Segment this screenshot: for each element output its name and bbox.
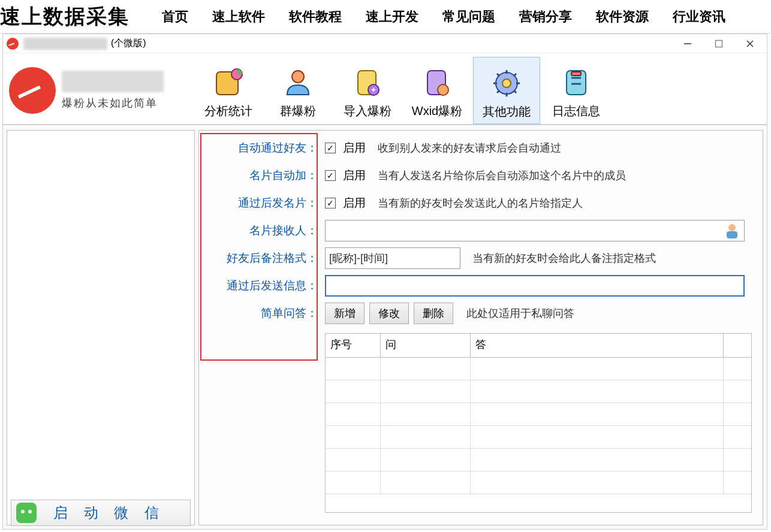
svg-line-17 [497, 74, 499, 76]
qa-table-head: 序号 问 答 [326, 334, 751, 358]
svg-rect-1 [716, 40, 722, 47]
nav-dev[interactable]: 速上开发 [366, 8, 418, 26]
hint-card-auto-add: 当有人发送名片给你后会自动添加这个名片中的成员 [378, 168, 626, 183]
btn-qa-edit[interactable]: 修改 [369, 303, 409, 324]
minimize-button[interactable] [680, 37, 695, 51]
col-answer[interactable]: 答 [471, 334, 724, 357]
svg-line-19 [514, 74, 516, 76]
site-logo: 速上数据采集 [0, 3, 133, 31]
person-icon[interactable] [723, 222, 741, 240]
row-card-auto-add: 名片自动加： 启用 当有人发送名片给你后会自动添加这个名片中的成员 [205, 162, 757, 189]
toolbar-stats[interactable]: 分析统计 [195, 57, 262, 124]
hint-auto-pass: 收到别人发来的好友请求后会自动通过 [378, 141, 561, 155]
site-nav-items: 首页 速上软件 软件教程 速上开发 常见问题 营销分享 软件资源 行业资讯 [162, 8, 725, 26]
toolbar-group[interactable]: 群爆粉 [264, 57, 332, 124]
brand-slogan: 爆粉从未如此简单 [62, 96, 164, 110]
hint-qa: 此处仅适用于私聊问答 [466, 306, 574, 321]
row-auto-pass: 自动通过好友： 启用 收到别人发来的好友请求后会自动通过 [205, 134, 757, 162]
brand-name-blurred [62, 71, 164, 92]
enable-text: 启用 [343, 140, 366, 156]
btn-qa-del[interactable]: 删除 [414, 303, 453, 324]
side-panel: 启 动 微 信 [7, 130, 195, 525]
table-row[interactable] [326, 403, 751, 426]
toolbar-import[interactable]: 导入爆粉 [334, 57, 401, 124]
label-card-auto-add: 名片自动加： [205, 168, 320, 183]
titlebar: (个微版) [3, 34, 767, 53]
checkbox-auto-pass[interactable] [325, 143, 336, 153]
toolbar-other[interactable]: 其他功能 [473, 57, 540, 124]
wechat-icon [16, 503, 37, 523]
col-scroll [724, 334, 751, 357]
row-remark-format: 好友后备注格式： 当有新的好友时会给此人备注指定格式 [205, 244, 757, 272]
input-send-msg-after[interactable] [325, 275, 745, 297]
nav-software[interactable]: 速上软件 [212, 8, 265, 26]
svg-point-25 [728, 224, 736, 231]
toolbar-label: 群爆粉 [280, 103, 316, 119]
enable-text: 启用 [343, 195, 366, 211]
toolbar-items: 分析统计 群爆粉 导入爆粉 Wxid爆粉 其他功能 日志信息 [195, 57, 610, 124]
label-send-msg-after: 通过后发送信息： [205, 278, 320, 294]
svg-line-20 [497, 90, 499, 93]
input-card-recipient[interactable] [325, 220, 745, 241]
label-card-recipient: 名片接收人： [205, 223, 320, 238]
col-seq[interactable]: 序号 [326, 334, 381, 357]
group-icon [282, 67, 314, 98]
label-send-card-after: 通过后发名片： [205, 195, 320, 211]
toolbar: 爆粉从未如此简单 分析统计 群爆粉 导入爆粉 Wxid爆粉 其他功能 [3, 53, 767, 125]
toolbar-label: Wxid爆粉 [412, 103, 462, 119]
table-row[interactable] [326, 358, 751, 380]
site-nav: 速上数据采集 首页 速上软件 软件教程 速上开发 常见问题 营销分享 软件资源 … [0, 0, 771, 34]
label-qa: 简单问答： [205, 306, 320, 321]
checkbox-card-auto-add[interactable] [325, 170, 336, 181]
hint-remark-format: 当有新的好友时会给此人备注指定格式 [472, 251, 656, 265]
nav-news[interactable]: 行业资讯 [673, 8, 725, 26]
log-icon [561, 67, 592, 98]
enable-text: 启用 [343, 168, 366, 183]
label-auto-pass: 自动通过好友： [205, 140, 320, 156]
col-question[interactable]: 问 [381, 334, 471, 357]
toolbar-log[interactable]: 日志信息 [543, 57, 610, 124]
app-title-blurred [23, 38, 107, 50]
start-wechat-label: 启 动 微 信 [53, 503, 165, 522]
svg-point-10 [438, 84, 448, 95]
toolbar-label: 其他功能 [483, 104, 531, 120]
table-row[interactable] [326, 449, 751, 471]
svg-rect-26 [727, 231, 737, 238]
input-remark-format[interactable] [325, 247, 460, 269]
toolbar-label: 日志信息 [552, 103, 600, 119]
toolbar-label: 分析统计 [204, 103, 252, 119]
window-controls [680, 37, 763, 51]
nav-home[interactable]: 首页 [162, 8, 188, 26]
toolbar-wxid[interactable]: Wxid爆粉 [403, 57, 471, 124]
row-card-recipient: 名片接收人： [205, 217, 757, 244]
svg-line-18 [514, 90, 516, 93]
svg-point-6 [292, 71, 304, 83]
start-wechat-button[interactable]: 启 动 微 信 [11, 500, 191, 526]
close-button[interactable] [743, 37, 757, 51]
label-remark-format: 好友后备注格式： [205, 250, 320, 266]
gear-icon [491, 68, 522, 99]
app-brand: 爆粉从未如此简单 [9, 57, 195, 124]
table-row[interactable] [326, 471, 751, 494]
nav-resources[interactable]: 软件资源 [596, 8, 649, 26]
content-panel: 自动通过好友： 启用 收到别人发来的好友请求后会自动通过 名片自动加： 启用 当… [198, 130, 763, 525]
maximize-button[interactable] [712, 37, 726, 51]
table-row[interactable] [326, 380, 751, 403]
btn-qa-add[interactable]: 新增 [325, 303, 365, 324]
main-area: 启 动 微 信 自动通过好友： 启用 收到别人发来的好友请求后会自动通过 名片自… [3, 125, 767, 529]
nav-tutorial[interactable]: 软件教程 [289, 8, 342, 26]
checkbox-send-card-after[interactable] [325, 198, 336, 208]
table-row[interactable] [326, 426, 751, 449]
nav-faq[interactable]: 常见问题 [442, 8, 495, 26]
toolbar-label: 导入爆粉 [344, 103, 391, 119]
chart-icon [213, 67, 244, 98]
hint-send-card-after: 当有新的好友时会发送此人的名片给指定人 [378, 196, 583, 210]
app-title-suffix: (个微版) [111, 37, 146, 50]
app-icon [7, 38, 19, 50]
brand-icon [9, 67, 56, 114]
row-qa: 简单问答： 新增 修改 删除 此处仅适用于私聊问答 [205, 300, 757, 327]
nav-marketing[interactable]: 营销分享 [519, 8, 572, 26]
row-send-msg-after: 通过后发送信息： [205, 272, 757, 300]
row-send-card-after: 通过后发名片： 启用 当有新的好友时会发送此人的名片给指定人 [205, 189, 757, 217]
app-window: (个微版) 爆粉从未如此简单 分析统计 [2, 34, 767, 530]
